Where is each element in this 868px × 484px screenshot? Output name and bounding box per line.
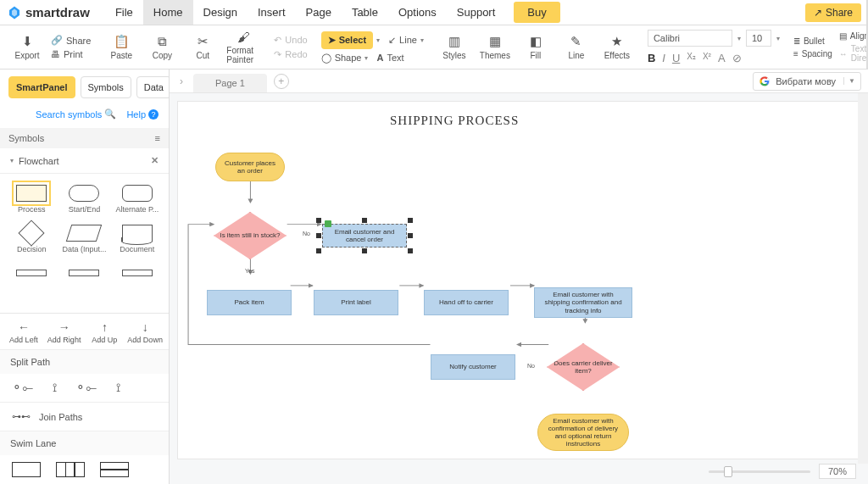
italic-button[interactable]: I xyxy=(662,52,665,64)
cut-button[interactable]: ✂Cut xyxy=(186,34,220,60)
node-email-cancel[interactable]: Email customer and cancel order xyxy=(322,224,407,248)
paste-button[interactable]: 📋Paste xyxy=(104,34,138,60)
superscript-button[interactable]: X² xyxy=(703,52,711,64)
join-paths-button[interactable]: ⊶⊷Join Paths xyxy=(0,402,169,431)
split-1[interactable]: ⚬⟜ xyxy=(12,381,34,395)
collapse-panel[interactable]: › xyxy=(176,75,186,87)
node-stock-decision[interactable]: Is item still in stock? xyxy=(214,212,287,259)
canvas[interactable]: SHIPPING PROCESS xyxy=(170,93,868,484)
language-selector[interactable]: Вибрати мову▼ xyxy=(753,72,861,91)
font-size-caret[interactable]: ▾ xyxy=(776,35,780,42)
clear-format-button[interactable]: ⊘ xyxy=(732,52,742,64)
node-print[interactable]: Print label xyxy=(314,290,398,315)
bullet-button[interactable]: ≣Bullet xyxy=(793,36,832,46)
menu-icon[interactable]: ≡ xyxy=(155,133,160,143)
export-button[interactable]: ⬇Export xyxy=(10,34,44,60)
select-tool[interactable]: ➤Select xyxy=(321,31,373,49)
page-tab-1[interactable]: Page 1 xyxy=(193,74,267,92)
line-style-button[interactable]: ✎Line xyxy=(559,34,593,60)
shape-process[interactable]: Process xyxy=(5,179,58,219)
menu-table[interactable]: Table xyxy=(342,0,388,25)
paper[interactable]: SHIPPING PROCESS xyxy=(178,102,860,459)
vertical-scrollbar[interactable] xyxy=(858,93,868,464)
subscript-button[interactable]: X₂ xyxy=(687,52,696,64)
node-start[interactable]: Customer places an order xyxy=(215,153,285,181)
select-caret[interactable]: ▾ xyxy=(376,36,380,44)
shape-more3[interactable] xyxy=(111,259,164,287)
font-family-select[interactable]: Calibri xyxy=(648,30,732,47)
spacing-button[interactable]: ≡Spacing xyxy=(793,49,832,58)
themes-button[interactable]: ▦Themes xyxy=(478,34,512,60)
tab-smartpanel[interactable]: SmartPanel xyxy=(8,76,75,98)
shape-more2[interactable] xyxy=(58,259,110,287)
add-up-button[interactable]: ↑Add Up xyxy=(85,320,125,344)
bold-button[interactable]: B xyxy=(648,52,655,64)
rotate-handle[interactable] xyxy=(325,220,331,227)
help-link[interactable]: Help ? xyxy=(126,108,159,120)
node-deliver-decision[interactable]: Does carrier deliver item? xyxy=(547,343,620,391)
shape-more1[interactable] xyxy=(5,259,58,287)
menu-design[interactable]: Design xyxy=(193,0,248,25)
font-color-button[interactable]: A xyxy=(718,52,726,64)
menu-insert[interactable]: Insert xyxy=(248,0,296,25)
symbols-section-header: Symbols≡ xyxy=(0,128,169,148)
node-handoff[interactable]: Hand off to carrier xyxy=(424,290,509,315)
print-button[interactable]: 🖶Print xyxy=(51,49,91,59)
shape-tool[interactable]: ◯Shape▾ xyxy=(321,53,369,64)
line-tool[interactable]: ↙Line▾ xyxy=(388,35,424,46)
split-4[interactable]: ⟟ xyxy=(116,381,120,395)
buy-button[interactable]: Buy xyxy=(514,2,559,23)
tab-data[interactable]: Data xyxy=(136,76,170,98)
node-pack[interactable]: Pack item xyxy=(207,290,292,315)
fill-button[interactable]: ◧Fill xyxy=(519,34,553,60)
node-notify[interactable]: Notify customer xyxy=(431,354,515,380)
swimlane-header: Swim Lane xyxy=(0,431,169,455)
shape-document[interactable]: Document xyxy=(111,219,164,259)
node-email-track[interactable]: Email customer with shipping confirmatio… xyxy=(534,287,632,318)
shape-startend[interactable]: Start/End xyxy=(58,179,110,219)
font-family-caret[interactable]: ▾ xyxy=(737,35,741,42)
menu-options[interactable]: Options xyxy=(388,0,447,25)
label-yes: Yes xyxy=(245,268,254,274)
menu-page[interactable]: Page xyxy=(296,0,342,25)
shape-altprocess[interactable]: Alternate P... xyxy=(111,179,164,219)
copy-icon: ⧉ xyxy=(158,34,167,49)
swim-single[interactable] xyxy=(12,462,41,477)
swim-vertical[interactable] xyxy=(56,462,85,477)
align-button[interactable]: ▤Align xyxy=(839,31,868,41)
format-painter-button[interactable]: 🖌Format Painter xyxy=(226,30,260,64)
underline-button[interactable]: U xyxy=(672,52,680,64)
undo-button[interactable]: ↶Undo xyxy=(274,35,307,46)
share-small-button[interactable]: 🔗Share xyxy=(51,35,91,46)
styles-button[interactable]: ▥Styles xyxy=(437,34,471,60)
node-end[interactable]: Email customer with confirmation of deli… xyxy=(537,414,629,451)
tab-symbols[interactable]: Symbols xyxy=(81,76,131,98)
shape-data[interactable]: Data (Input... xyxy=(58,219,110,259)
text-direction-button[interactable]: ↔Text Direction xyxy=(839,44,868,63)
menu-support[interactable]: Support xyxy=(447,0,506,25)
redo-button[interactable]: ↷Redo xyxy=(274,49,307,60)
split-2[interactable]: ⟟ xyxy=(53,381,57,395)
add-left-button[interactable]: ←Add Left xyxy=(3,320,44,344)
add-page-button[interactable]: + xyxy=(274,74,289,89)
category-close[interactable]: ✕ xyxy=(151,155,159,166)
split-3[interactable]: ⚬⟜ xyxy=(75,381,97,395)
add-down-button[interactable]: ↓Add Down xyxy=(125,320,165,344)
menu-file[interactable]: File xyxy=(105,0,143,25)
main-area: › Page 1 + Вибрати мову▼ SHIPPING PROCES… xyxy=(170,70,868,484)
swim-horizontal[interactable] xyxy=(100,462,129,477)
category-flowchart[interactable]: ▾Flowchart✕ xyxy=(0,148,169,174)
zoom-slider[interactable] xyxy=(709,470,810,473)
search-symbols-link[interactable]: Search symbols 🔍 xyxy=(36,108,116,120)
line-style-icon: ✎ xyxy=(570,34,581,49)
menu-home[interactable]: Home xyxy=(143,0,193,25)
help-icon: ? xyxy=(148,109,159,120)
share-button[interactable]: ↗ Share xyxy=(805,3,861,22)
zoom-value[interactable]: 70% xyxy=(819,464,856,479)
text-tool[interactable]: AText xyxy=(376,53,403,63)
add-right-button[interactable]: →Add Right xyxy=(44,320,85,344)
shape-decision[interactable]: Decision xyxy=(5,219,58,259)
effects-button[interactable]: ★Effects xyxy=(600,34,634,60)
copy-button[interactable]: ⧉Copy xyxy=(145,34,179,60)
font-size-select[interactable]: 10 xyxy=(746,30,771,47)
